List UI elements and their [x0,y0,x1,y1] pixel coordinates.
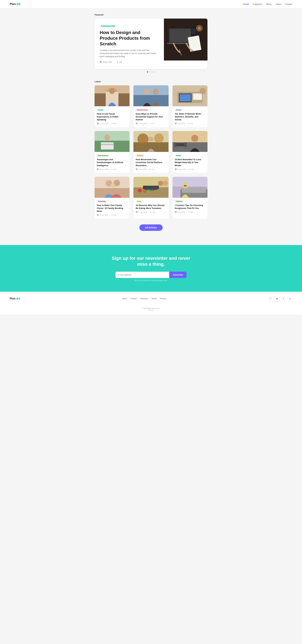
footer-link-privacy[interactable]: Privacy [160,298,166,300]
article-card-5[interactable]: Finance How Blockchain Can Incentivize S… [134,131,168,173]
article-category-9: Fashion [175,200,184,202]
svg-point-35 [138,134,148,145]
article-body-2: Relationships Easy Ways to Provide Emoti… [134,106,168,127]
article-category-3: Career [175,109,182,111]
article-thumb-3 [172,85,208,106]
logo-text: Plan [10,2,16,6]
featured-card[interactable]: Entrepreneurship How to Design and Produ… [94,18,208,69]
twitter-icon[interactable]: 𝕏 [281,296,286,301]
newsletter-section: Sign up for our newsletter and never mis… [0,245,302,292]
article-category-8: Food [136,200,142,202]
all-articles-button[interactable]: All Articles [140,224,163,231]
article-title-8: 10 Reasons Why You Should Be Eating More… [136,204,166,210]
svg-point-36 [154,134,164,143]
article-card-2[interactable]: Relationships Easy Ways to Provide Emoti… [134,85,168,127]
svg-rect-25 [180,94,191,101]
footer-link-about[interactable]: About [122,298,127,300]
svg-rect-19 [134,95,168,106]
footer: Plan⊕t About Contact Advertise Terms Pri… [0,292,302,306]
article-meta-9: 📅 9 Jan 2030 • 👁 954 [175,211,205,213]
svg-rect-32 [98,144,126,145]
all-articles-wrapper: All Articles [94,224,208,231]
article-body-3: Career The State of Remote Work: Statist… [172,106,208,127]
nav-contact[interactable]: Contact [285,3,292,5]
article-meta-8: 📅 11 Jan 2030 • 👁 543 [136,211,166,213]
article-card-6[interactable]: Health 15 Best Remedies To Lose Weight N… [172,131,208,173]
article-meta-7: 📅 19 Jan 2030 • 👁 908 [97,214,127,216]
newsletter-title: Sign up for our newsletter and never mis… [111,255,191,267]
nav-home[interactable]: Home [243,3,249,5]
article-card-4[interactable]: Data Science Advantages and Disadvantage… [94,131,130,173]
svg-rect-63 [184,185,186,186]
article-title-9: 7 Fashion Tips On Choosing Sunglasses Th… [175,204,205,210]
article-thumb-6 [172,131,208,152]
article-title-3: The State of Remote Work: Statistics, Be… [175,112,205,121]
article-title-5: How Blockchain Can Incentivize Social Pl… [136,158,166,167]
site-logo[interactable]: Plan⊕t [10,2,20,6]
newsletter-note: We'll never share your email with anyone… [3,280,299,281]
article-title-1: How to Use Facial Expressions in Public … [97,112,127,121]
featured-description: Creating a successful product from scrat… [100,49,159,58]
svg-point-9 [198,26,201,30]
newsletter-subscribe-button[interactable]: Subscribe [169,272,186,278]
svg-rect-26 [193,94,202,100]
svg-point-56 [158,181,163,186]
carousel-dots [94,71,208,72]
article-title-4: Advantages and Disadvantages of Artifici… [97,158,127,167]
svg-point-57 [163,180,168,186]
dot-4[interactable] [154,71,155,72]
featured-label: Featured [94,14,208,16]
footer-social: f ▶ 𝕏 in [268,296,292,301]
footer-link-advertise[interactable]: Advertise [140,298,148,300]
svg-rect-11 [192,28,196,34]
svg-point-20 [144,89,150,95]
svg-rect-41 [176,143,185,146]
article-meta-5: 📅 7 Feb 2030 • 👁 718 [136,168,166,170]
svg-point-37 [148,137,154,142]
article-card-3[interactable]: Career The State of Remote Work: Statist… [172,85,208,127]
article-meta-2: 📅 11 Aug 2030 • 👁 59 [136,123,166,124]
nav-about[interactable]: About [276,3,281,5]
svg-point-40 [191,135,198,142]
svg-point-55 [147,190,150,192]
featured-date-icon: 📅 13 Apr 2030 [100,61,112,63]
article-thumb-9 [172,177,208,198]
article-card-1[interactable]: Living How to Use Facial Expressions in … [94,85,130,127]
article-category-5: Finance [136,154,144,157]
logo-icon: ⊕ [16,2,19,6]
article-card-7[interactable]: Parenting How to Make Your Family Closer… [94,177,130,219]
newsletter-email-input[interactable] [116,272,169,278]
nav-category[interactable]: Category [253,3,262,5]
main-content: Featured Entrepreneurship How to Design … [91,14,211,245]
article-body-5: Finance How Blockchain Can Incentivize S… [134,152,168,173]
footer-link-contact[interactable]: Contact [130,298,137,300]
dot-2[interactable] [149,71,150,72]
article-card-8[interactable]: Food 10 Reasons Why You Should Be Eating… [134,177,168,219]
dot-3[interactable] [152,71,153,72]
footer-copyright-wrap: © All Rights Reserved. 17local [0,306,302,314]
article-meta-3: 📅 2 Apr 2030 • 👁 236 [175,123,205,124]
footer-link-terms[interactable]: Terms [152,298,157,300]
article-body-6: Health 15 Best Remedies To Lose Weight N… [172,152,208,173]
article-thumb-7 [94,177,130,198]
footer-logo[interactable]: Plan⊕t [10,297,20,300]
featured-title: How to Design and Produce Products from … [100,30,159,46]
article-title-2: Easy Ways to Provide Emotional Support f… [136,112,166,121]
article-thumb-2 [134,85,168,106]
svg-point-27 [200,88,206,94]
article-meta-6: 📅 24 Jan 2030 • 👁 383 [175,168,205,170]
article-category-4: Data Science [97,154,110,157]
article-card-9[interactable]: Fashion 7 Fashion Tips On Choosing Sungl… [172,177,208,219]
dot-1[interactable] [147,71,148,72]
articles-grid: Living How to Use Facial Expressions in … [94,85,208,219]
svg-point-48 [111,184,115,188]
svg-rect-43 [184,142,187,147]
youtube-icon[interactable]: ▶ [275,296,280,301]
svg-point-30 [104,135,110,140]
nav-blog[interactable]: Blog [266,3,272,5]
featured-meta: 📅 13 Apr 2030 • 👁 158 [100,61,159,63]
facebook-icon[interactable]: f [268,296,273,301]
article-meta-4: 📅 22 Feb 2030 • 👁 593 [97,168,127,170]
linkedin-icon[interactable]: in [288,296,292,301]
featured-category: Entrepreneurship [100,25,116,28]
